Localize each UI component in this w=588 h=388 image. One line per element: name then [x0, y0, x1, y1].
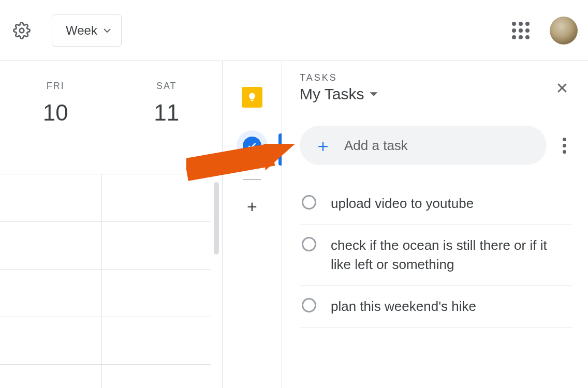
- plus-icon: ＋: [314, 137, 332, 154]
- day-column-fri[interactable]: FRI 10: [0, 61, 111, 142]
- day-name: FRI: [0, 81, 111, 92]
- rail-divider: [243, 179, 261, 180]
- task-list: upload video to youtube check if the oce…: [300, 183, 572, 328]
- task-item[interactable]: upload video to youtube: [300, 183, 572, 225]
- day-column-sat[interactable]: SAT 11: [111, 61, 223, 142]
- day-number: 10: [0, 100, 111, 126]
- task-text: plan this weekend's hike: [331, 297, 476, 316]
- gear-icon: [13, 22, 31, 39]
- day-number: 11: [111, 100, 223, 126]
- top-toolbar: Week: [0, 0, 588, 61]
- task-item[interactable]: plan this weekend's hike: [300, 286, 572, 327]
- task-text: upload video to youtube: [331, 194, 474, 213]
- task-complete-radio[interactable]: [302, 298, 316, 312]
- close-icon: [555, 81, 569, 95]
- add-task-label: Add a task: [344, 138, 408, 154]
- day-name: SAT: [111, 81, 223, 92]
- task-item[interactable]: check if the ocean is still there or if …: [300, 225, 572, 286]
- tasks-panel: TASKS My Tasks ＋ Add a task uplo: [282, 61, 588, 388]
- tasks-icon: [243, 137, 261, 155]
- caret-down-icon: [369, 92, 378, 97]
- task-text: check if the ocean is still there or if …: [331, 236, 570, 274]
- scrollbar[interactable]: [214, 182, 219, 255]
- view-selector[interactable]: Week: [52, 14, 122, 47]
- add-addon-button[interactable]: +: [247, 198, 257, 215]
- more-options-button[interactable]: [556, 138, 572, 154]
- account-avatar[interactable]: [550, 17, 578, 44]
- task-list-selector[interactable]: My Tasks: [300, 85, 378, 103]
- task-complete-radio[interactable]: [302, 237, 316, 251]
- keep-icon: [242, 87, 262, 108]
- tasks-app-button[interactable]: [237, 130, 268, 161]
- keep-app-button[interactable]: [237, 82, 268, 113]
- time-grid[interactable]: [0, 174, 211, 388]
- caret-down-icon: [104, 28, 111, 33]
- google-apps-button[interactable]: [509, 19, 532, 42]
- task-complete-radio[interactable]: [302, 195, 316, 210]
- svg-point-0: [20, 28, 24, 33]
- task-list-name: My Tasks: [300, 85, 364, 103]
- calendar-grid: FRI 10 SAT 11: [0, 61, 223, 388]
- main-area: FRI 10 SAT 11: [0, 61, 588, 388]
- side-rail: +: [223, 61, 282, 388]
- view-selector-label: Week: [66, 23, 97, 38]
- close-panel-button[interactable]: [552, 78, 572, 98]
- panel-section-label: TASKS: [300, 72, 378, 83]
- add-task-button[interactable]: ＋ Add a task: [300, 126, 547, 165]
- settings-button[interactable]: [10, 19, 33, 42]
